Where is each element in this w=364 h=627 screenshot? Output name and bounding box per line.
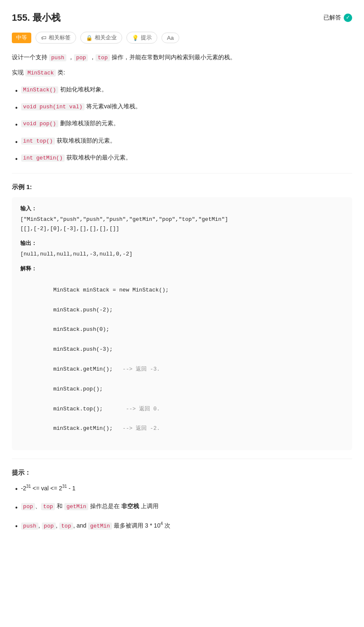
toolbar: 中等 🏷 相关标签 🔒 相关企业 💡 提示 Aa [12,32,352,44]
hint-text-2: pop、top 和 getMin 操作总是在 非空栈 上调用 [21,501,159,512]
input-line2: [[],[-2],[0],[-3],[],[],[],[]] [20,224,344,234]
solved-badge: 已解答 ✓ [323,13,352,22]
output-row: 输出： [null,null,null,null,-3,null,0,-2] [20,239,344,259]
method-item: int top() 获取堆栈顶部的元素。 [21,136,116,146]
method-item: void push(int val) 将元素val推入堆栈。 [21,102,141,112]
hint-text-1: -231 <= val <= 231 - 1 [21,483,76,493]
output-value: [null,null,null,null,-3,null,0,-2] [20,250,344,259]
explain-line-1: MinStack minStack = new MinStack(); [53,287,169,293]
hints-list: -231 <= val <= 231 - 1 pop、top 和 getMin … [12,483,352,532]
check-icon: ✓ [344,14,352,22]
solved-label: 已解答 [323,13,341,22]
page-container: 155. 最小栈 已解答 ✓ 中等 🏷 相关标签 🔒 相关企业 💡 提示 Aa … [12,10,352,532]
example-box: 输入： ["MinStack","push","push","push","ge… [12,197,352,450]
tags-button[interactable]: 🏷 相关标签 [36,32,76,44]
explain-line-8: minStack.getMin(); --> 返回 -2. [53,425,160,432]
font-icon: Aa [167,35,174,41]
list-item: void pop() 删除堆栈顶部的元素。 [15,118,352,130]
hint-button[interactable]: 💡 提示 [126,32,157,44]
divider [12,173,352,173]
problem-number: 155. 最小栈 [12,12,60,23]
list-item: int getMin() 获取堆栈中的最小元素。 [15,153,352,165]
example-title: 示例 1: [12,182,352,192]
hint-item-2: pop、top 和 getMin 操作总是在 非空栈 上调用 [15,501,352,513]
explain-line-4: minStack.push(-3); [53,346,112,352]
method-item: void pop() 删除堆栈顶部的元素。 [21,118,119,129]
input-label: 输入： [20,204,344,213]
font-button[interactable]: Aa [161,33,179,43]
hint-item-1: -231 <= val <= 231 - 1 [15,483,352,495]
explain-line-3: minStack.push(0); [53,326,109,333]
explain-line-5: minStack.getMin(); --> 返回 -3. [53,366,160,372]
tags-label: 相关标签 [49,34,71,41]
explain-label: 解释： [20,264,344,273]
intro-text: 设计一个支持 push ，pop ，top 操作，并能在常数时间内检索到最小元素… [12,52,352,63]
output-label: 输出： [20,239,344,248]
tag-icon: 🏷 [41,35,47,41]
hint-text-3: push, pop, top, and getMin 最多被调用 3 * 104… [21,520,170,531]
difficulty-badge: 中等 [12,33,31,43]
hint-item-3: push, pop, top, and getMin 最多被调用 3 * 104… [15,520,352,532]
list-item: void push(int val) 将元素val推入堆栈。 [15,102,352,113]
title-row: 155. 最小栈 已解答 ✓ [12,10,352,25]
hints-title: 提示： [12,468,352,478]
lock-icon: 🔒 [86,35,93,41]
example-section: 示例 1: 输入： ["MinStack","push","push","pus… [12,182,352,450]
divider-2 [12,459,352,459]
explain-line-2: minStack.push(-2); [53,307,112,313]
method-list: MinStack() 初始化堆栈对象。 void push(int val) 将… [12,85,352,165]
explain-code: MinStack minStack = new MinStack(); minS… [20,275,344,443]
hint-label: 提示 [141,34,152,41]
page-title: 155. 最小栈 [12,10,60,25]
companies-label: 相关企业 [95,34,117,41]
list-item: MinStack() 初始化堆栈对象。 [15,85,352,96]
list-item: int top() 获取堆栈顶部的元素。 [15,136,352,148]
method-item: int getMin() 获取堆栈中的最小元素。 [21,153,132,163]
method-item: MinStack() 初始化堆栈对象。 [21,85,107,95]
bulb-icon: 💡 [132,35,139,41]
description: 设计一个支持 push ，pop ，top 操作，并能在常数时间内检索到最小元素… [12,52,352,78]
explain-row: 解释： MinStack minStack = new MinStack(); … [20,264,344,443]
hints-section: 提示： -231 <= val <= 231 - 1 pop、top 和 get… [12,468,352,532]
explain-line-7: minStack.top(); --> 返回 0. [53,406,160,412]
explain-line-6: minStack.pop(); [53,386,103,392]
companies-button[interactable]: 🔒 相关企业 [80,32,122,44]
input-line1: ["MinStack","push","push","push","getMin… [20,215,344,224]
impl-label: 实现 MinStack 类: [12,67,352,78]
